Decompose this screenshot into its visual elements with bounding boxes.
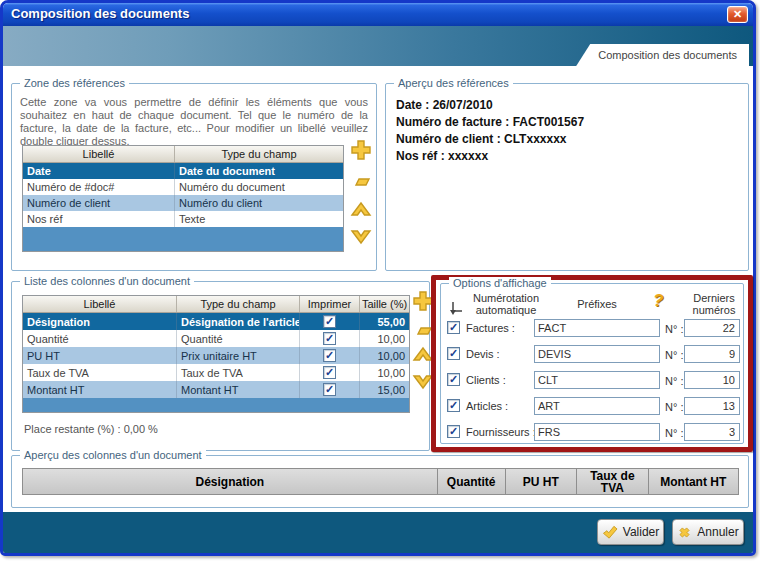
col-label-prefixes: Préfixes <box>561 298 633 310</box>
cell-type: Montant HT <box>177 381 300 398</box>
articles-number-input[interactable] <box>684 397 740 415</box>
clients-number-input[interactable] <box>684 371 740 389</box>
cell-taille: 55,00 <box>360 313 409 330</box>
group-zone-references-legend: Zone des références <box>20 77 129 89</box>
cell-libelle: Quantité <box>23 330 177 347</box>
articles-prefix-input[interactable] <box>534 397 660 415</box>
group-apercu-colonnes: Aperçu des colonnes d'un document Désign… <box>11 455 749 508</box>
colonnes-table: Libellé Type du champ Imprimer Taille (%… <box>22 295 410 413</box>
preview-line-date: Date : 26/07/2010 <box>396 97 738 114</box>
remove-icon[interactable] <box>412 320 434 342</box>
factures-checkbox[interactable]: ✓ <box>447 321 460 334</box>
clients-checkbox[interactable]: ✓ <box>447 373 460 386</box>
annuler-button[interactable]: Annuler <box>672 519 744 545</box>
content-area: Zone des références Cette zone va vous p… <box>3 66 753 512</box>
devis-prefix-input[interactable] <box>534 345 660 363</box>
valider-label: Valider <box>623 525 659 539</box>
move-down-icon[interactable] <box>350 225 372 247</box>
remove-icon[interactable] <box>350 171 372 193</box>
cell-taille: 10,00 <box>360 347 409 364</box>
col-label-derniers-numeros: Derniers numéros <box>687 292 741 316</box>
factures-number-input[interactable] <box>684 319 740 337</box>
cell-libelle: Nos réf <box>23 211 175 227</box>
footer-bar: Valider Annuler <box>3 512 753 553</box>
cell-libelle: Numéro de client <box>23 195 175 211</box>
fournisseurs-checkbox[interactable]: ✓ <box>447 425 460 438</box>
tab-label: Composition des documents <box>598 49 737 61</box>
group-liste-colonnes: Liste des colonnes d'un document Libellé… <box>11 281 430 451</box>
fournisseurs-prefix-input[interactable] <box>534 423 660 441</box>
col-header-imprimer: Imprimer <box>300 296 360 312</box>
devis-number-input[interactable] <box>684 345 740 363</box>
imprimer-checkbox[interactable]: ✓ <box>323 383 336 396</box>
references-table-header: Libellé Type du champ <box>23 146 343 163</box>
cell-libelle: Désignation <box>23 313 177 330</box>
table-row[interactable]: Montant HT Montant HT ✓ 15,00 <box>23 381 409 398</box>
add-icon[interactable] <box>412 290 434 312</box>
col-header-libelle: Libellé <box>23 146 175 162</box>
table-row[interactable]: PU HT Prix unitaire HT ✓ 10,00 <box>23 347 409 364</box>
preview-col-pu-ht: PU HT <box>506 469 578 494</box>
table-row[interactable]: Numéro de client Numéro du client <box>23 195 343 211</box>
tab-composition-documents[interactable]: Composition des documents <box>576 44 749 66</box>
preview-col-designation: Désignation <box>23 469 438 494</box>
preview-line-nosref: Nos réf : xxxxxx <box>396 148 738 165</box>
cell-taille: 10,00 <box>360 364 409 381</box>
cell-libelle: Taux de TVA <box>23 364 177 381</box>
devis-checkbox[interactable]: ✓ <box>447 347 460 360</box>
references-table: Libellé Type du champ Date Date du docum… <box>22 145 344 252</box>
references-preview: Date : 26/07/2010 Numéro de facture : FA… <box>396 97 738 165</box>
cross-icon <box>677 525 692 540</box>
option-row-devis: ✓ Devis : N° : <box>441 345 743 363</box>
numero-label: N° : <box>665 349 683 361</box>
add-icon[interactable] <box>350 139 372 161</box>
cell-type: Date du document <box>175 163 343 179</box>
cell-libelle: Date <box>23 163 175 179</box>
option-row-clients: ✓ Clients : N° : <box>441 371 743 389</box>
imprimer-checkbox[interactable]: ✓ <box>323 366 336 379</box>
annuler-label: Annuler <box>697 525 738 539</box>
devis-label: Devis : <box>466 348 500 360</box>
col-header-type-champ: Type du champ <box>177 296 300 312</box>
numero-label: N° : <box>665 401 683 413</box>
table-row[interactable]: Taux de TVA Taux de TVA ✓ 10,00 <box>23 364 409 381</box>
factures-prefix-input[interactable] <box>534 319 660 337</box>
check-icon <box>602 525 618 539</box>
cell-type: Taux de TVA <box>177 364 300 381</box>
col-label-numerotation: Numérotation automatique <box>463 292 549 316</box>
close-icon: ✕ <box>733 8 742 20</box>
group-zone-references: Zone des références Cette zone va vous p… <box>11 83 377 271</box>
header-band: Composition des documents <box>3 26 753 66</box>
group-options-affichage-legend: Options d'affichage <box>449 277 551 289</box>
colonnes-toolbar <box>412 290 436 410</box>
articles-checkbox[interactable]: ✓ <box>447 399 460 412</box>
cell-type: Numéro du client <box>175 195 343 211</box>
table-row[interactable]: Quantité Quantité ✓ 10,00 <box>23 330 409 347</box>
window-title: Composition des documents <box>11 6 189 21</box>
valider-button[interactable]: Valider <box>597 519 664 545</box>
col-header-libelle: Libellé <box>23 296 177 312</box>
imprimer-checkbox[interactable]: ✓ <box>323 332 336 345</box>
move-down-icon[interactable] <box>412 370 434 392</box>
option-row-articles: ✓ Articles : N° : <box>441 397 743 415</box>
help-icon[interactable]: ? <box>653 291 663 311</box>
imprimer-checkbox[interactable]: ✓ <box>323 349 336 362</box>
table-row[interactable]: Nos réf Texte <box>23 211 343 227</box>
fournisseurs-number-input[interactable] <box>684 423 740 441</box>
move-up-icon[interactable] <box>350 199 372 221</box>
cell-type: Numéro du document <box>175 179 343 195</box>
move-up-icon[interactable] <box>412 344 434 366</box>
table-row[interactable]: Numéro de #doc# Numéro du document <box>23 179 343 195</box>
group-apercu-colonnes-legend: Aperçu des colonnes d'un document <box>20 449 206 461</box>
imprimer-checkbox[interactable]: ✓ <box>323 315 336 328</box>
group-options-affichage: Options d'affichage Numérotation automat… <box>440 283 744 444</box>
close-button[interactable]: ✕ <box>727 6 748 23</box>
titlebar[interactable]: Composition des documents ✕ <box>3 3 753 26</box>
group-apercu-references: Aperçu des références Date : 26/07/2010 … <box>385 83 749 271</box>
cell-libelle: Montant HT <box>23 381 177 398</box>
clients-prefix-input[interactable] <box>534 371 660 389</box>
table-row[interactable]: Date Date du document <box>23 163 343 179</box>
cell-type: Quantité <box>177 330 300 347</box>
table-row[interactable]: Désignation Désignation de l'article ✓ 5… <box>23 313 409 330</box>
cell-type: Désignation de l'article <box>177 313 300 330</box>
